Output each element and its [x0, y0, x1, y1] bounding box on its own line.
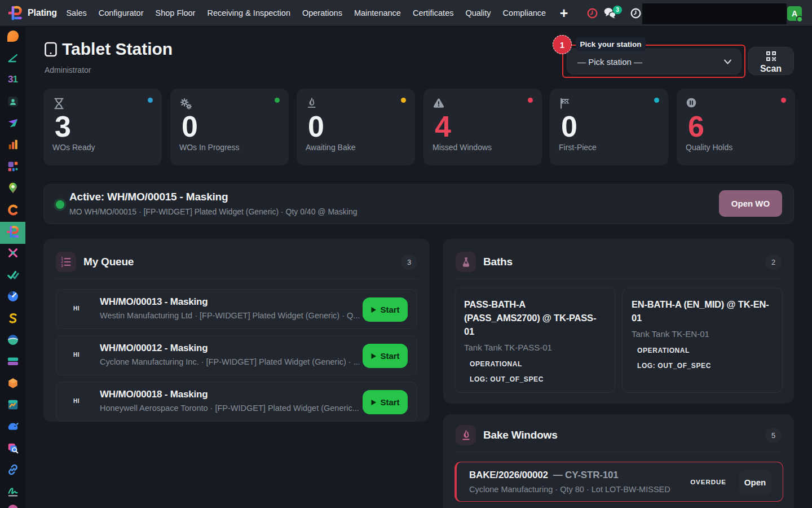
svg-text:3: 3 [61, 264, 63, 268]
